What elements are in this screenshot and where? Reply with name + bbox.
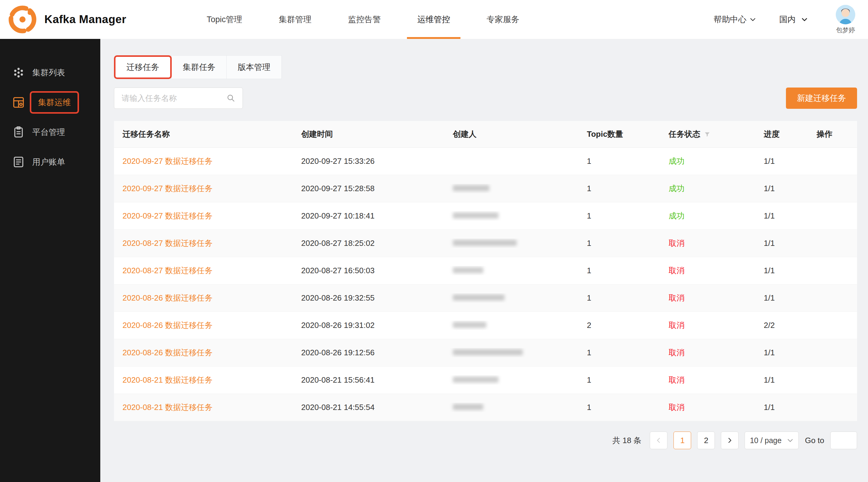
topic-count-cell: 1 [578, 184, 660, 193]
task-name-link[interactable]: 2020-08-26 数据迁移任务 [122, 348, 212, 357]
create-migration-task-button[interactable]: 新建迁移任务 [786, 88, 857, 109]
table-body: 2020-09-27 数据迁移任务 2020-09-27 15:33:26 1 … [114, 148, 857, 421]
topic-count-cell: 1 [578, 157, 660, 166]
goto-page-input[interactable] [830, 431, 857, 449]
search-icon[interactable] [226, 94, 236, 103]
sidebar-item-user-billing[interactable]: 用户账单 [0, 147, 100, 177]
task-name-link[interactable]: 2020-08-21 数据迁移任务 [122, 375, 212, 384]
status-cell: 取消 [660, 375, 755, 385]
region-selector[interactable]: 国内 [779, 14, 808, 25]
table-row: 2020-09-27 数据迁移任务 2020-09-27 10:18:41 1 … [114, 202, 857, 230]
page-size-select[interactable]: 10 / page [745, 431, 799, 449]
nav-expert-service[interactable]: 专家服务 [468, 0, 538, 39]
table-row: 2020-08-21 数据迁移任务 2020-08-21 14:55:54 1 … [114, 394, 857, 421]
tab-migration-tasks[interactable]: 迁移任务 [114, 55, 172, 79]
main-content: 迁移任务 集群任务 版本管理 新建迁移任务 迁移任务名称 创建时间 创建人 To… [100, 39, 868, 482]
status-badge: 成功 [669, 184, 684, 193]
app-logo-icon [8, 5, 36, 33]
chevron-down-icon [787, 437, 794, 444]
created-time-cell: 2020-09-27 15:28:58 [293, 184, 444, 193]
sidebar-item-platform-management[interactable]: 平台管理 [0, 117, 100, 147]
task-name-cell: 2020-08-27 数据迁移任务 [114, 238, 293, 249]
status-cell: 取消 [660, 293, 755, 303]
sidebar-item-label: 集群列表 [32, 67, 65, 78]
page-size-value: 10 / page [750, 436, 781, 445]
table-row: 2020-08-27 数据迁移任务 2020-08-27 18:25:02 1 … [114, 230, 857, 257]
search-input[interactable] [114, 88, 243, 109]
avatar [836, 5, 855, 24]
creator-cell [444, 266, 578, 275]
status-cell: 成功 [660, 156, 755, 166]
app-title: Kafka Manager [44, 13, 126, 26]
nav-topic-management[interactable]: Topic管理 [188, 0, 260, 39]
task-name-cell: 2020-08-26 数据迁移任务 [114, 347, 293, 358]
task-name-link[interactable]: 2020-08-27 数据迁移任务 [122, 238, 212, 248]
help-center-menu[interactable]: 帮助中心 [714, 14, 756, 25]
status-cell: 成功 [660, 183, 755, 194]
ops-icon [12, 96, 25, 109]
top-bar: Kafka Manager Topic管理 集群管理 监控告警 运维管控 专家服… [0, 0, 868, 39]
redacted-creator [453, 322, 486, 328]
redacted-creator [453, 213, 498, 219]
created-time-cell: 2020-08-26 19:31:02 [293, 321, 444, 330]
user-menu[interactable]: 包梦婷 [836, 5, 855, 34]
next-page-button[interactable] [721, 431, 739, 449]
redacted-creator [453, 240, 517, 246]
creator-cell [444, 375, 578, 385]
creator-cell [444, 184, 578, 193]
table-row: 2020-08-21 数据迁移任务 2020-08-21 15:56:41 1 … [114, 366, 857, 394]
chevron-down-icon [801, 16, 808, 23]
column-topic-count: Topic数量 [578, 129, 660, 139]
task-name-cell: 2020-08-27 数据迁移任务 [114, 265, 293, 276]
topic-count-cell: 1 [578, 403, 660, 412]
creator-cell [444, 321, 578, 330]
task-name-link[interactable]: 2020-08-26 数据迁移任务 [122, 293, 212, 302]
column-creator: 创建人 [444, 129, 578, 139]
creator-cell [444, 348, 578, 357]
created-time-cell: 2020-08-21 14:55:54 [293, 403, 444, 412]
nav-ops-control[interactable]: 运维管控 [399, 0, 468, 39]
sidebar-item-cluster-ops[interactable]: 集群运维 [0, 88, 100, 117]
table-row: 2020-08-26 数据迁移任务 2020-08-26 19:32:55 1 … [114, 285, 857, 312]
total-count: 共 18 条 [612, 435, 641, 446]
topic-count-cell: 1 [578, 266, 660, 275]
page-button-2[interactable]: 2 [697, 431, 715, 449]
table-row: 2020-08-26 数据迁移任务 2020-08-26 19:12:56 1 … [114, 339, 857, 366]
column-task-status: 任务状态 [660, 129, 755, 139]
task-name-link[interactable]: 2020-08-27 数据迁移任务 [122, 266, 212, 275]
help-center-label: 帮助中心 [714, 14, 746, 25]
task-name-link[interactable]: 2020-08-26 数据迁移任务 [122, 321, 212, 330]
prev-page-button[interactable] [650, 431, 668, 449]
status-cell: 取消 [660, 265, 755, 276]
filter-icon[interactable] [704, 131, 711, 138]
created-time-cell: 2020-08-26 19:12:56 [293, 348, 444, 357]
sidebar-item-label: 平台管理 [32, 127, 65, 138]
top-right-area: 帮助中心 国内 包梦婷 [714, 0, 868, 39]
creator-cell [444, 238, 578, 248]
task-name-cell: 2020-08-21 数据迁移任务 [114, 402, 293, 413]
creator-cell [444, 211, 578, 221]
progress-cell: 2/2 [755, 321, 808, 330]
table-row: 2020-09-27 数据迁移任务 2020-09-27 15:33:26 1 … [114, 148, 857, 175]
tab-version-management[interactable]: 版本管理 [226, 55, 282, 79]
nav-cluster-management[interactable]: 集群管理 [260, 0, 330, 39]
progress-cell: 1/1 [755, 403, 808, 412]
sidebar-item-cluster-list[interactable]: 集群列表 [0, 58, 100, 88]
task-name-link[interactable]: 2020-09-27 数据迁移任务 [122, 157, 212, 166]
nav-monitoring-alerts[interactable]: 监控告警 [330, 0, 399, 39]
table-header-row: 迁移任务名称 创建时间 创建人 Topic数量 任务状态 进度 操作 [114, 121, 857, 148]
tab-cluster-tasks[interactable]: 集群任务 [172, 55, 227, 79]
cluster-icon [12, 66, 25, 79]
topic-count-cell: 2 [578, 321, 660, 330]
pagination: 共 18 条 1 2 10 / page Go to [114, 431, 857, 449]
progress-cell: 1/1 [755, 293, 808, 303]
status-badge: 取消 [669, 321, 684, 330]
task-name-link[interactable]: 2020-09-27 数据迁移任务 [122, 211, 212, 220]
sidebar-item-label: 用户账单 [32, 157, 65, 167]
table-row: 2020-08-27 数据迁移任务 2020-08-27 16:50:03 1 … [114, 257, 857, 285]
status-badge: 取消 [669, 266, 684, 275]
task-name-link[interactable]: 2020-09-27 数据迁移任务 [122, 184, 212, 193]
progress-cell: 1/1 [755, 238, 808, 248]
page-button-1[interactable]: 1 [674, 431, 691, 449]
task-name-link[interactable]: 2020-08-21 数据迁移任务 [122, 403, 212, 412]
